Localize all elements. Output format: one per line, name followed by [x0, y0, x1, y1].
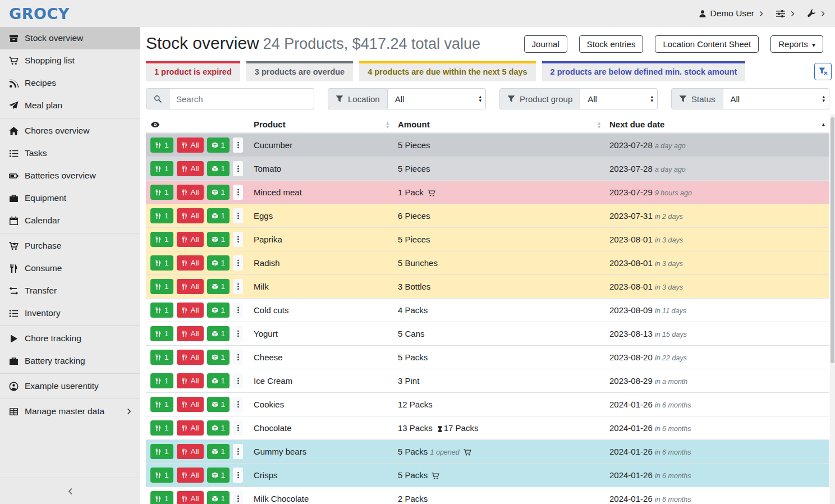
sidebar-item-batteries-overview[interactable]: Batteries overview — [0, 164, 140, 187]
consume-all-button[interactable]: All — [177, 444, 204, 459]
consume-one-button[interactable]: 1 — [150, 420, 173, 436]
sidebar-item-consume[interactable]: Consume — [0, 257, 140, 280]
stock-row-ice-cream[interactable]: 1All1Ice Cream3 Pint2023-08-29 in a mont… — [146, 369, 829, 393]
stock-row-yogurt[interactable]: 1All1Yogurt5 Cans2023-08-13 in 15 days — [146, 322, 829, 346]
product-group-select[interactable]: All▴▾ — [580, 88, 658, 109]
row-menu-button[interactable] — [233, 185, 243, 200]
consume-all-button[interactable]: All — [177, 468, 204, 483]
open-one-button[interactable]: 1 — [207, 138, 230, 153]
sidebar-item-transfer[interactable]: Transfer — [0, 280, 140, 302]
stock-entries-button[interactable]: Stock entries — [579, 35, 644, 53]
scrollbar-track[interactable] — [830, 114, 835, 504]
sidebar-item-meal-plan[interactable]: Meal plan — [0, 94, 140, 117]
consume-all-button[interactable]: All — [177, 491, 204, 504]
row-menu-button[interactable] — [233, 420, 243, 436]
clear-filter-button[interactable] — [814, 63, 832, 80]
search-input[interactable] — [169, 88, 314, 109]
stock-row-paprika[interactable]: 1All1Paprika5 Pieces2023-08-01 in 3 days — [146, 228, 829, 251]
row-menu-button[interactable] — [233, 232, 243, 247]
consume-all-button[interactable]: All — [177, 397, 204, 412]
sidebar-item-equipment[interactable]: Equipment — [0, 187, 140, 209]
row-menu-button[interactable] — [233, 350, 243, 365]
row-menu-button[interactable] — [233, 279, 243, 294]
sidebar-item-chore-tracking[interactable]: Chore tracking — [0, 327, 140, 350]
col-header-amount[interactable]: Amount ▴▾ — [393, 116, 605, 133]
row-menu-button[interactable] — [233, 491, 243, 504]
row-menu-button[interactable] — [233, 208, 243, 223]
col-header-next-due-date[interactable]: Next due date ▴ — [605, 116, 829, 133]
consume-all-button[interactable]: All — [177, 279, 204, 294]
consume-one-button[interactable]: 1 — [150, 208, 173, 223]
open-one-button[interactable]: 1 — [207, 232, 230, 247]
stock-row-cucumber[interactable]: 1All1Cucumber5 Pieces2023-07-28 a day ag… — [146, 133, 829, 157]
consume-one-button[interactable]: 1 — [150, 444, 173, 459]
consume-all-button[interactable]: All — [177, 326, 204, 341]
open-one-button[interactable]: 1 — [207, 303, 230, 318]
row-menu-button[interactable] — [233, 161, 243, 176]
sidebar-item-tasks[interactable]: Tasks — [0, 142, 140, 164]
consume-one-button[interactable]: 1 — [150, 350, 173, 365]
sidebar-item-example-userentity[interactable]: Example userentity — [0, 375, 140, 397]
consume-all-button[interactable]: All — [177, 350, 204, 365]
consume-one-button[interactable]: 1 — [150, 232, 173, 247]
row-menu-button[interactable] — [233, 373, 243, 388]
open-one-button[interactable]: 1 — [207, 444, 230, 459]
sidebar-collapse-button[interactable] — [0, 478, 140, 504]
status-banner-below-min-stock[interactable]: 2 products are below defined min. stock … — [542, 61, 746, 81]
location-content-sheet-button[interactable]: Location Content Sheet — [655, 35, 759, 53]
consume-all-button[interactable]: All — [177, 208, 204, 223]
open-one-button[interactable]: 1 — [207, 420, 230, 436]
stock-row-radish[interactable]: 1All1Radish5 Bunches2023-08-01 in 3 days — [146, 251, 829, 275]
consume-one-button[interactable]: 1 — [150, 185, 173, 200]
grocy-logo[interactable]: GROCY — [9, 5, 70, 22]
consume-one-button[interactable]: 1 — [150, 491, 173, 504]
status-banner-due-soon[interactable]: 4 products are due within the next 5 day… — [359, 61, 535, 81]
user-menu[interactable]: Demo User — [699, 8, 764, 19]
consume-one-button[interactable]: 1 — [150, 397, 173, 412]
stock-row-milk[interactable]: 1All1Milk3 Bottles2023-08-01 in 3 days — [146, 275, 829, 299]
consume-one-button[interactable]: 1 — [150, 138, 173, 153]
stock-row-cheese[interactable]: 1All1Cheese5 Packs2023-08-20 in 22 days — [146, 346, 829, 369]
consume-all-button[interactable]: All — [177, 303, 204, 318]
consume-all-button[interactable]: All — [177, 420, 204, 436]
open-one-button[interactable]: 1 — [207, 326, 230, 341]
status-banner-overdue[interactable]: 3 products are overdue — [246, 61, 353, 81]
sidebar-item-shopping-list[interactable]: Shopping list — [0, 49, 140, 72]
consume-all-button[interactable]: All — [177, 232, 204, 247]
stock-row-crisps[interactable]: 1All1Crisps5 Packs2024-01-26 in 6 months — [146, 464, 829, 487]
consume-all-button[interactable]: All — [177, 138, 204, 153]
sidebar-item-manage-master-data[interactable]: Manage master data — [0, 400, 140, 423]
open-one-button[interactable]: 1 — [207, 350, 230, 365]
scrollbar-thumb[interactable] — [831, 117, 834, 363]
stock-row-chocolate[interactable]: 1All1Chocolate13 Packs17 Packs2024-01-26… — [146, 416, 829, 440]
sidebar-item-calendar[interactable]: Calendar — [0, 209, 140, 232]
open-one-button[interactable]: 1 — [207, 397, 230, 412]
consume-one-button[interactable]: 1 — [150, 255, 173, 271]
eye-toggle-button[interactable] — [150, 120, 160, 129]
journal-button[interactable]: Journal — [524, 35, 567, 53]
stock-row-gummy-bears[interactable]: 1All1Gummy bears5 Packs 1 opened2024-01-… — [146, 440, 829, 464]
row-menu-button[interactable] — [233, 138, 243, 153]
open-one-button[interactable]: 1 — [207, 373, 230, 388]
consume-one-button[interactable]: 1 — [150, 468, 173, 483]
open-one-button[interactable]: 1 — [207, 255, 230, 271]
stock-row-milk-chocolate[interactable]: 1All1Milk Chocolate2 Packs2024-01-26 in … — [146, 487, 829, 504]
sidebar-item-inventory[interactable]: Inventory — [0, 302, 140, 324]
sidebar-item-purchase[interactable]: Purchase — [0, 235, 140, 257]
settings-menu[interactable] — [776, 9, 796, 19]
consume-one-button[interactable]: 1 — [150, 373, 173, 388]
stock-row-cold-cuts[interactable]: 1All1Cold cuts4 Packs2023-08-09 in 11 da… — [146, 299, 829, 322]
sidebar-item-recipes[interactable]: Recipes — [0, 72, 140, 94]
location-select[interactable]: All▴▾ — [388, 88, 486, 109]
row-menu-button[interactable] — [233, 468, 243, 483]
consume-all-button[interactable]: All — [177, 255, 204, 271]
sidebar-item-stock-overview[interactable]: Stock overview — [0, 27, 140, 49]
open-one-button[interactable]: 1 — [207, 208, 230, 223]
consume-one-button[interactable]: 1 — [150, 279, 173, 294]
consume-one-button[interactable]: 1 — [150, 303, 173, 318]
admin-menu[interactable] — [807, 9, 826, 18]
open-one-button[interactable]: 1 — [207, 491, 230, 504]
row-menu-button[interactable] — [233, 397, 243, 412]
reports-button[interactable]: Reports ▾ — [770, 35, 823, 53]
row-menu-button[interactable] — [233, 303, 243, 318]
